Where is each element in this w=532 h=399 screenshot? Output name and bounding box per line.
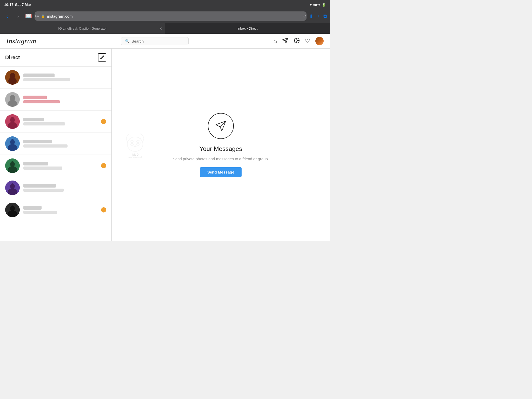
tabs-overview-icon[interactable]: ⧉ <box>323 14 327 19</box>
messages-title: Your Messages <box>200 145 242 152</box>
conversation-name <box>23 162 48 165</box>
conversation-info <box>23 162 97 170</box>
conversation-name <box>23 74 55 77</box>
conversation-avatar <box>5 136 20 151</box>
add-tab-icon[interactable]: + <box>317 13 320 19</box>
svg-point-24 <box>10 183 15 189</box>
time: 10:17 <box>4 3 14 7</box>
conversation-item[interactable] <box>0 111 111 133</box>
bookmarks-icon[interactable]: 📖 <box>25 13 32 19</box>
conversation-avatar <box>5 70 20 85</box>
conversation-info <box>23 184 106 192</box>
status-right: ▾ 68% 🔋 <box>310 3 326 7</box>
battery-level: 68% <box>313 3 320 7</box>
unread-badge <box>101 119 106 124</box>
unread-badge <box>101 163 106 168</box>
search-icon: 🔍 <box>125 39 129 43</box>
unread-badge <box>101 207 106 212</box>
compose-button[interactable] <box>98 53 106 62</box>
activity-icon[interactable]: ♡ <box>305 38 310 44</box>
conversation-preview <box>23 167 62 170</box>
messages-placeholder: Your Messages Send private photos and me… <box>173 113 269 177</box>
conversation-name <box>23 96 47 99</box>
conversation-item[interactable] <box>0 66 111 89</box>
svg-point-10 <box>8 77 17 85</box>
lock-icon: 🔒 <box>41 14 45 18</box>
date: Sat 7 Mar <box>15 3 31 7</box>
conversation-info <box>23 140 106 148</box>
address-bar[interactable]: AA 🔒 instagram.com ↺ <box>35 11 307 21</box>
sidebar-title: Direct <box>5 55 20 61</box>
tab-inbox-direct-label: Inbox • Direct <box>237 26 258 30</box>
ig-navbar: Instagram 🔍 ⌂ <box>0 34 330 49</box>
conversation-item[interactable] <box>0 133 111 155</box>
tab-close-icon[interactable]: ✕ <box>159 26 162 31</box>
url-text: instagram.com <box>47 14 72 18</box>
aa-label: AA <box>35 14 39 18</box>
svg-point-3 <box>296 40 297 41</box>
watermark: iMoD #iPhoneMod <box>122 131 148 159</box>
svg-point-18 <box>10 139 15 145</box>
conversation-info <box>23 96 106 103</box>
search-input[interactable] <box>131 39 185 43</box>
reload-icon[interactable]: ↺ <box>303 14 307 19</box>
conversation-preview <box>23 144 68 148</box>
conversation-info <box>23 118 97 125</box>
svg-point-15 <box>10 117 15 123</box>
sidebar-header: Direct <box>0 49 111 66</box>
wifi-icon: ▾ <box>310 3 312 7</box>
nav-icons: ⌂ ♡ <box>274 37 324 45</box>
tab-bar: IG LineBreak Caption Generator ✕ Inbox •… <box>0 23 330 34</box>
tab-inbox-direct[interactable]: Inbox • Direct <box>165 23 330 34</box>
svg-marker-34 <box>134 145 137 147</box>
conversation-avatar <box>5 181 20 195</box>
conversation-name <box>23 206 42 210</box>
conversation-info <box>23 74 106 81</box>
browser-actions: ⬆ + ⧉ <box>309 13 327 19</box>
conversation-item[interactable] <box>0 199 111 221</box>
conversation-preview <box>23 100 60 103</box>
direct-icon[interactable] <box>282 37 288 45</box>
messages-subtitle: Send private photos and messages to a fr… <box>173 157 269 161</box>
conversation-preview <box>23 189 64 192</box>
conversation-item[interactable] <box>0 89 111 111</box>
ig-main-content: Direct <box>0 49 330 241</box>
send-message-button[interactable]: Send Message <box>200 167 242 177</box>
svg-point-27 <box>10 205 15 211</box>
battery-icon: 🔋 <box>322 3 326 7</box>
tab-ig-linebreak[interactable]: IG LineBreak Caption Generator ✕ <box>0 23 165 34</box>
svg-point-32 <box>131 142 133 144</box>
instagram-app: Instagram 🔍 ⌂ <box>0 34 330 241</box>
conversation-avatar <box>5 114 20 129</box>
tab-ig-linebreak-label: IG LineBreak Caption Generator <box>58 26 107 30</box>
forward-button[interactable]: › <box>14 13 22 19</box>
send-icon-circle <box>208 113 234 139</box>
status-bar: 10:17 Sat 7 Mar ▾ 68% 🔋 <box>0 0 330 9</box>
browser-chrome: ‹ › 📖 AA 🔒 instagram.com ↺ ⬆ + ⧉ <box>0 9 330 23</box>
conversation-item[interactable] <box>0 177 111 199</box>
messages-panel: iMoD #iPhoneMod Your Messages Send priva… <box>112 49 330 241</box>
search-bar[interactable]: 🔍 <box>121 37 189 45</box>
home-icon[interactable]: ⌂ <box>274 38 277 44</box>
back-button[interactable]: ‹ <box>3 13 11 19</box>
explore-icon[interactable] <box>294 37 300 45</box>
share-icon[interactable]: ⬆ <box>309 13 313 19</box>
conversation-info <box>23 206 97 214</box>
conversation-name <box>23 118 44 121</box>
conversation-name <box>23 140 52 143</box>
conversation-item[interactable] <box>0 155 111 177</box>
profile-avatar[interactable] <box>315 37 324 45</box>
direct-sidebar: Direct <box>0 49 112 241</box>
status-left: 10:17 Sat 7 Mar <box>4 3 31 7</box>
svg-point-33 <box>137 142 139 144</box>
conversation-preview <box>23 78 70 81</box>
conversation-name <box>23 184 56 188</box>
conversation-avatar <box>5 92 20 107</box>
conversation-avatar <box>5 203 20 217</box>
conversation-avatar <box>5 158 20 173</box>
instagram-logo: Instagram <box>6 37 36 45</box>
conversation-preview <box>23 211 57 214</box>
svg-point-21 <box>10 161 15 167</box>
conversation-preview <box>23 122 65 125</box>
